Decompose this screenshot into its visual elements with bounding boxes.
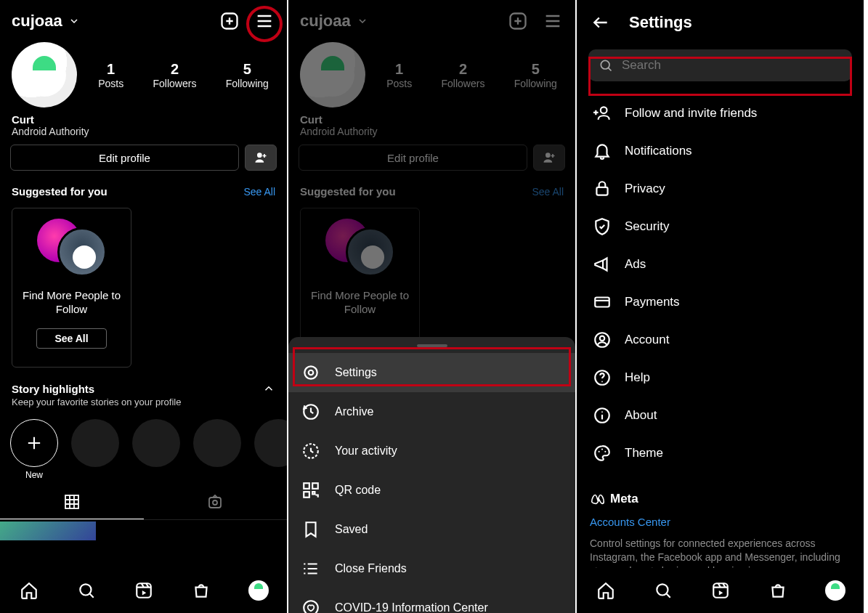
- panel-menu-sheet: cujoaa 1Posts 2Followers 5Following Curt…: [288, 0, 577, 613]
- bottom-nav: [0, 568, 287, 613]
- nav-profile[interactable]: [248, 580, 269, 601]
- palette-icon: [593, 444, 612, 463]
- profile-avatar[interactable]: [300, 42, 365, 107]
- sheet-item-saved[interactable]: Saved: [288, 510, 575, 549]
- plus-icon: [24, 433, 44, 453]
- back-button[interactable]: [590, 12, 612, 33]
- plus-square-icon: [219, 11, 240, 31]
- svg-rect-31: [713, 583, 728, 598]
- settings-item-security[interactable]: Security: [580, 208, 861, 245]
- stat-following[interactable]: 5Following: [514, 61, 557, 89]
- menu-button[interactable]: [542, 10, 564, 32]
- info-icon: [593, 406, 612, 425]
- suggested-see-all[interactable]: See All: [243, 186, 275, 198]
- nav-home[interactable]: [596, 580, 616, 601]
- tab-tagged[interactable]: [144, 484, 288, 519]
- svg-point-10: [309, 370, 314, 375]
- settings-item-theme[interactable]: Theme: [580, 434, 861, 472]
- activity-icon: [301, 442, 320, 460]
- settings-item-notifications[interactable]: Notifications: [580, 132, 861, 170]
- settings-search-input[interactable]: [622, 58, 842, 73]
- sheet-item-archive[interactable]: Archive: [288, 392, 575, 431]
- sheet-handle[interactable]: [417, 344, 447, 347]
- bottom-nav: [577, 568, 864, 613]
- stat-posts[interactable]: 1 Posts: [98, 61, 123, 89]
- post-thumbnail[interactable]: [0, 521, 96, 540]
- panel-settings: Settings Follow and invite friends Notif…: [577, 0, 865, 613]
- edit-profile-button[interactable]: Edit profile: [299, 145, 527, 171]
- sheet-item-covid[interactable]: COVID-19 Information Center: [288, 588, 575, 613]
- discover-people-button[interactable]: [245, 145, 277, 171]
- nav-reels[interactable]: [710, 580, 731, 601]
- stat-followers[interactable]: 2Followers: [441, 61, 484, 89]
- bio-subtitle: Android Authority: [300, 126, 564, 137]
- tagged-icon: [206, 493, 224, 511]
- settings-item-privacy[interactable]: Privacy: [580, 170, 861, 208]
- sheet-item-close-friends[interactable]: Close Friends: [288, 549, 575, 588]
- settings-item-about[interactable]: About: [580, 397, 861, 434]
- profile-avatar[interactable]: [12, 42, 77, 107]
- reels-icon: [711, 581, 730, 600]
- account-icon: [593, 330, 612, 349]
- svg-point-5: [80, 584, 91, 595]
- stat-following[interactable]: 5 Following: [226, 61, 269, 89]
- svg-point-22: [600, 336, 605, 341]
- svg-rect-2: [65, 495, 78, 508]
- find-more-label: Find More People to Follow: [18, 289, 125, 317]
- posts-grid[interactable]: [0, 520, 287, 540]
- username-dropdown[interactable]: cujoaa: [300, 12, 368, 31]
- card-icon: [593, 293, 612, 312]
- chevron-up-icon[interactable]: [262, 382, 275, 395]
- suggested-see-all[interactable]: See All: [532, 186, 564, 198]
- shield-icon: [593, 217, 612, 236]
- suggested-card-see-all[interactable]: See All: [36, 328, 106, 349]
- svg-rect-6: [137, 583, 151, 598]
- heart-circle-icon: [301, 598, 320, 613]
- username-text: cujoaa: [12, 12, 62, 31]
- sheet-item-qr[interactable]: QR code: [288, 471, 575, 510]
- bio-subtitle: Android Authority: [12, 126, 275, 137]
- settings-item-follow-invite[interactable]: Follow and invite friends: [580, 94, 861, 132]
- create-post-button[interactable]: [507, 10, 529, 32]
- nav-reels[interactable]: [134, 580, 154, 601]
- stat-followers[interactable]: 2 Followers: [153, 61, 196, 89]
- create-post-button[interactable]: [219, 10, 240, 32]
- accounts-center-link[interactable]: Accounts Center: [590, 516, 851, 528]
- sheet-item-settings[interactable]: Settings: [288, 353, 575, 392]
- nav-profile[interactable]: [825, 580, 845, 601]
- highlight-new[interactable]: New: [10, 419, 58, 480]
- nav-home[interactable]: [19, 580, 39, 601]
- nav-search[interactable]: [76, 580, 97, 601]
- shop-icon: [768, 581, 787, 600]
- settings-item-payments[interactable]: Payments: [580, 283, 861, 321]
- svg-rect-20: [595, 298, 609, 307]
- home-icon: [596, 581, 615, 600]
- shop-icon: [192, 581, 211, 600]
- svg-point-29: [604, 451, 606, 452]
- list-icon: [301, 559, 320, 578]
- svg-rect-15: [304, 492, 309, 498]
- settings-item-account[interactable]: Account: [580, 321, 861, 359]
- settings-item-help[interactable]: Help: [580, 359, 861, 397]
- svg-rect-19: [596, 187, 607, 195]
- sheet-item-activity[interactable]: Your activity: [288, 431, 575, 471]
- svg-point-26: [601, 411, 603, 413]
- edit-profile-button[interactable]: Edit profile: [10, 145, 239, 171]
- gear-icon: [301, 363, 320, 382]
- settings-item-ads[interactable]: Ads: [580, 245, 861, 283]
- settings-title: Settings: [629, 13, 692, 32]
- suggested-title: Suggested for you: [300, 185, 396, 198]
- settings-search[interactable]: [588, 49, 852, 81]
- reels-icon: [134, 581, 153, 600]
- nav-shop[interactable]: [191, 580, 211, 601]
- avatar-icon: [825, 580, 845, 601]
- nav-shop[interactable]: [768, 580, 788, 601]
- discover-people-button[interactable]: [533, 145, 565, 171]
- tab-grid[interactable]: [0, 484, 144, 519]
- svg-point-17: [601, 60, 609, 69]
- svg-point-1: [257, 153, 262, 158]
- username-dropdown[interactable]: cujoaa: [12, 12, 80, 31]
- plus-square-icon: [508, 11, 528, 31]
- stat-posts[interactable]: 1Posts: [386, 61, 412, 89]
- nav-search[interactable]: [653, 580, 673, 601]
